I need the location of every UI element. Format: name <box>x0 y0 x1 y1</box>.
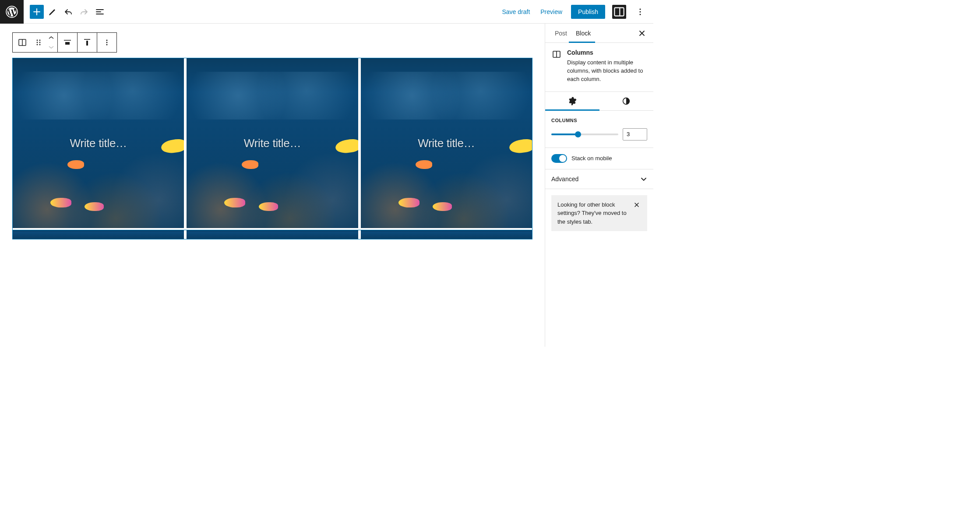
columns-slider[interactable] <box>551 134 618 135</box>
redo-button[interactable] <box>77 5 91 19</box>
contrast-icon <box>621 96 631 106</box>
tab-block[interactable]: Block <box>571 24 595 43</box>
stack-on-mobile-toggle[interactable] <box>551 154 567 163</box>
block-card-description: Display content in multiple columns, wit… <box>567 59 647 84</box>
wordpress-logo[interactable] <box>0 0 24 24</box>
more-options-button[interactable] <box>633 5 647 19</box>
svg-point-11 <box>39 42 41 43</box>
valign-top-icon <box>82 37 92 48</box>
move-down-button[interactable] <box>45 42 57 52</box>
tab-post[interactable]: Post <box>550 24 571 43</box>
sidebar-icon <box>612 5 626 19</box>
sidebar-close-button[interactable] <box>636 27 648 39</box>
chevron-up-icon <box>49 36 54 39</box>
columns-icon <box>551 49 562 60</box>
column-1[interactable]: Write title… <box>13 58 184 228</box>
close-icon <box>638 29 646 37</box>
inspector-subtabs <box>545 91 653 111</box>
close-icon <box>634 202 640 208</box>
svg-point-19 <box>106 42 108 43</box>
columns-number-input[interactable] <box>623 128 647 141</box>
pencil-icon <box>47 7 58 17</box>
gear-icon <box>568 96 577 106</box>
columns-block[interactable]: Write title… Write title… Write title… <box>12 58 532 239</box>
preview-button[interactable]: Preview <box>539 5 564 19</box>
svg-point-9 <box>39 40 41 41</box>
svg-point-18 <box>106 40 108 41</box>
styles-tip: Looking for other block settings? They'v… <box>551 195 647 232</box>
block-movers <box>45 33 57 52</box>
stack-on-mobile-label: Stack on mobile <box>571 155 612 162</box>
column-2[interactable]: Write title… <box>187 58 358 228</box>
column-row2-2[interactable] <box>187 230 358 239</box>
svg-point-12 <box>37 44 38 46</box>
toolbar-left <box>24 5 107 19</box>
columns-label: Columns <box>551 118 647 123</box>
sidebar-tabs: Post Block <box>545 24 653 43</box>
save-draft-button[interactable]: Save draft <box>500 5 532 19</box>
settings-subtab[interactable] <box>545 92 599 110</box>
document-outline-button[interactable] <box>93 5 107 19</box>
svg-point-8 <box>37 40 38 41</box>
columns-icon <box>17 37 28 48</box>
redo-icon <box>79 7 89 17</box>
svg-point-10 <box>37 42 38 43</box>
chevron-down-icon <box>49 46 54 49</box>
svg-point-13 <box>39 44 41 46</box>
settings-sidebar: Post Block Columns Display content in mu… <box>545 24 653 347</box>
tab-active-indicator <box>569 42 595 43</box>
column-row2-1[interactable] <box>13 230 184 239</box>
column-row2-3[interactable] <box>361 230 532 239</box>
drag-handle[interactable] <box>32 33 45 52</box>
block-toolbar <box>12 32 117 53</box>
svg-point-3 <box>639 8 641 10</box>
chevron-down-icon <box>640 176 647 183</box>
styles-subtab[interactable] <box>599 92 654 110</box>
editor-topbar: Save draft Preview Publish <box>0 0 653 24</box>
advanced-title: Advanced <box>551 176 578 183</box>
block-type-button[interactable] <box>13 33 32 52</box>
slider-fill <box>551 134 578 135</box>
block-card: Columns Display content in multiple colu… <box>545 43 653 91</box>
publish-button[interactable]: Publish <box>571 5 605 19</box>
editor-canvas[interactable]: Write title… Write title… Write title… <box>0 24 545 347</box>
block-card-title: Columns <box>567 49 647 56</box>
toggle-knob <box>559 155 566 162</box>
column-3[interactable]: Write title… <box>361 58 532 228</box>
move-up-button[interactable] <box>45 33 57 42</box>
undo-icon <box>63 7 74 17</box>
tip-text: Looking for other block settings? They'v… <box>557 200 628 226</box>
list-view-icon <box>95 7 105 17</box>
svg-point-5 <box>639 14 641 15</box>
settings-sidebar-toggle[interactable] <box>612 5 626 19</box>
more-vertical-icon <box>102 37 112 48</box>
plus-icon <box>32 7 42 17</box>
svg-point-4 <box>639 11 641 12</box>
tip-dismiss-button[interactable] <box>632 200 641 209</box>
wordpress-icon <box>6 6 18 18</box>
block-more-options[interactable] <box>97 33 116 52</box>
svg-rect-15 <box>65 42 70 45</box>
more-vertical-icon <box>635 7 645 17</box>
add-block-button[interactable] <box>30 5 44 19</box>
advanced-panel[interactable]: Advanced <box>545 169 653 189</box>
svg-point-20 <box>106 44 108 46</box>
columns-count-panel: Columns <box>545 111 653 148</box>
align-icon <box>62 37 73 48</box>
undo-button[interactable] <box>61 5 75 19</box>
svg-rect-1 <box>614 7 624 16</box>
toolbar-right: Save draft Preview Publish <box>500 5 653 19</box>
slider-thumb[interactable] <box>575 131 581 137</box>
svg-rect-17 <box>86 41 88 46</box>
align-button[interactable] <box>58 33 77 52</box>
vertical-align-button[interactable] <box>78 33 97 52</box>
stack-on-mobile-row: Stack on mobile <box>545 148 653 169</box>
edit-mode-button[interactable] <box>46 5 60 19</box>
drag-icon <box>33 37 44 48</box>
